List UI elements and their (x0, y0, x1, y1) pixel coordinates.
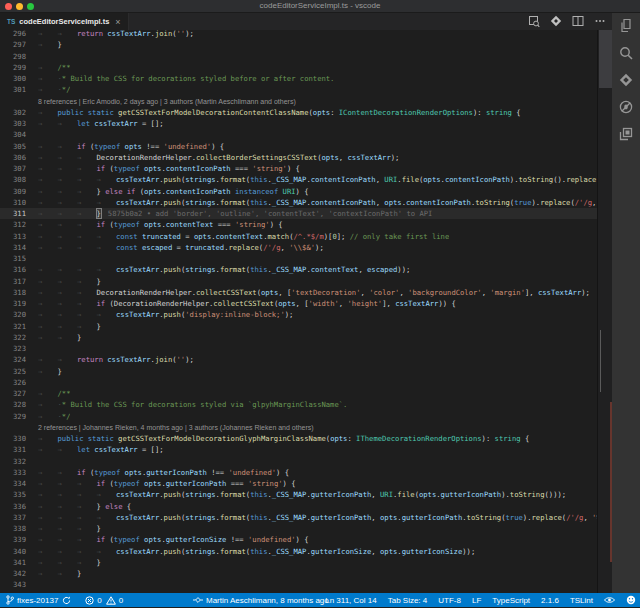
code-line[interactable]: 324→→return cssTextArr.join(''); (0, 354, 597, 365)
code-line[interactable]: 317→→→} (0, 276, 597, 287)
line-number[interactable]: 310 (0, 197, 26, 208)
code-line[interactable]: 333→→if (typeof opts.gutterIconPath !== … (0, 467, 597, 478)
code-line[interactable]: 318→→→DecorationRenderHelper.collectCSST… (0, 287, 597, 298)
line-number[interactable]: 303 (0, 118, 26, 129)
code-editor[interactable]: 296→→return cssTextArr.join('');297→}298… (0, 28, 597, 602)
line-number[interactable]: 302 (0, 107, 26, 118)
line-number[interactable]: 324 (0, 354, 26, 365)
code-line[interactable]: 325→} (0, 366, 597, 377)
search-icon[interactable] (619, 46, 633, 60)
line-number[interactable]: 306 (0, 152, 26, 163)
code-line[interactable]: 335→→→→cssTextArr.push(strings.format(th… (0, 489, 597, 500)
line-number[interactable]: 315 (0, 253, 26, 264)
code-line[interactable]: 301→·*/ (0, 84, 597, 95)
line-number[interactable]: 298 (0, 51, 26, 62)
line-number[interactable]: 322 (0, 332, 26, 343)
code-line[interactable]: 306→→→DecorationRenderHelper.collectBord… (0, 152, 597, 163)
codelens-row[interactable]: 2 references | Johannes Rieken, 4 months… (0, 422, 597, 433)
code-line[interactable]: 299→/** (0, 62, 597, 73)
code-line[interactable]: 326 (0, 377, 597, 388)
line-number[interactable]: 314 (0, 242, 26, 253)
code-line[interactable]: 304 (0, 129, 597, 140)
code-line[interactable]: 312→→→if (typeof opts.contentText === 's… (0, 219, 597, 230)
code-line[interactable]: 322→→} (0, 332, 597, 343)
eol-sequence[interactable]: LF (472, 596, 481, 605)
gitlens-blame-status[interactable]: Martin Aeschlimann, 8 months ago (193, 593, 329, 607)
code-line[interactable]: 297→} (0, 39, 597, 50)
code-line[interactable]: 341→→→} (0, 557, 597, 568)
extensions-icon[interactable] (619, 127, 633, 141)
line-number[interactable]: 319 (0, 298, 26, 309)
scrollbar-thumb[interactable] (599, 30, 612, 88)
code-line[interactable]: 305→→if (typeof opts !== 'undefined') { (0, 141, 597, 152)
code-line[interactable]: 327→/** (0, 388, 597, 399)
editor-scrollbar[interactable] (597, 12, 613, 593)
line-number[interactable]: 297 (0, 39, 26, 50)
line-number[interactable]: 300 (0, 73, 26, 84)
code-line[interactable]: 329→·*/ (0, 411, 597, 422)
line-number[interactable]: 336 (0, 501, 26, 512)
source-control-icon[interactable] (619, 73, 633, 87)
line-number[interactable]: 311 (0, 208, 26, 219)
line-number[interactable]: 304 (0, 129, 26, 140)
code-line[interactable]: 300→·* Build the CSS for decorations sty… (0, 73, 597, 84)
line-number[interactable]: 307 (0, 163, 26, 174)
line-number[interactable]: 308 (0, 174, 26, 185)
line-number[interactable]: 326 (0, 377, 26, 388)
tab-size[interactable]: Tab Size: 4 (388, 596, 428, 605)
sync-button[interactable] (62, 596, 71, 605)
line-number[interactable]: 329 (0, 411, 26, 422)
line-number[interactable]: 343 (0, 579, 26, 590)
line-number[interactable]: 328 (0, 399, 26, 410)
line-number[interactable]: 323 (0, 343, 26, 354)
tab-code-editor-service-impl[interactable]: TS codeEditorServiceImpl.ts × (0, 13, 129, 30)
code-line[interactable]: 319→→→if (DecorationRenderHelper.collect… (0, 298, 597, 309)
code-line[interactable]: 309→→→} else if (opts.contentIconPath in… (0, 186, 597, 197)
typescript-version[interactable]: 2.1.6 (541, 596, 559, 605)
more-actions-icon[interactable] (594, 15, 606, 27)
git-branch-indicator[interactable]: fixes-20137 (6, 595, 58, 605)
line-number[interactable]: 325 (0, 366, 26, 377)
code-line[interactable]: 308→→→→cssTextArr.push(strings.format(th… (0, 174, 597, 185)
code-line[interactable]: 321→→→} (0, 321, 597, 332)
line-number[interactable]: 342 (0, 568, 26, 579)
code-line[interactable]: 337→→→→cssTextArr.push(strings.format(th… (0, 512, 597, 523)
line-number[interactable]: 321 (0, 321, 26, 332)
line-number[interactable]: 305 (0, 141, 26, 152)
line-number[interactable]: 320 (0, 309, 26, 320)
line-number[interactable]: 338 (0, 523, 26, 534)
code-line[interactable]: 339→→→if (typeof opts.gutterIconSize !==… (0, 534, 597, 545)
line-number[interactable]: 340 (0, 546, 26, 557)
line-number[interactable]: 313 (0, 231, 26, 242)
line-number[interactable]: 301 (0, 84, 26, 95)
code-line[interactable]: 342→→} (0, 568, 597, 579)
eye-icon[interactable] (604, 596, 615, 604)
code-line[interactable]: 336→→→} else { (0, 501, 597, 512)
language-mode[interactable]: TypeScript (492, 596, 530, 605)
linter-status[interactable]: TSLint (570, 596, 593, 605)
codelens-text[interactable]: 2 references | Johannes Rieken, 4 months… (38, 422, 314, 433)
encoding[interactable]: UTF-8 (438, 596, 461, 605)
line-number[interactable]: 318 (0, 287, 26, 298)
code-line[interactable]: 328→·* Build the CSS for decorations sty… (0, 399, 597, 410)
code-line[interactable]: 315 (0, 253, 597, 264)
code-line[interactable]: 338→→→} (0, 523, 597, 534)
line-number[interactable]: 316 (0, 264, 26, 275)
line-number[interactable]: 337 (0, 512, 26, 523)
line-number[interactable]: 341 (0, 557, 26, 568)
open-preview-icon[interactable] (528, 15, 540, 27)
gitlens-icon[interactable] (550, 15, 562, 27)
line-number[interactable]: 330 (0, 433, 26, 444)
code-line[interactable]: 334→→→if (typeof opts.gutterIconPath ===… (0, 478, 597, 489)
debug-disabled-icon[interactable] (619, 100, 633, 114)
code-line[interactable]: 314→→→→const escaped = truncated.replace… (0, 242, 597, 253)
explorer-icon[interactable] (619, 18, 633, 33)
code-line[interactable]: 313→→→→const truncated = opts.contentTex… (0, 231, 597, 242)
line-number[interactable]: 335 (0, 489, 26, 500)
line-number[interactable]: 317 (0, 276, 26, 287)
codelens-row[interactable]: 8 references | Eric Amodio, 2 days ago |… (0, 96, 597, 107)
code-line[interactable]: 303→→let cssTextArr = []; (0, 118, 597, 129)
code-line[interactable]: 302→public static getCSSTextForModelDeco… (0, 107, 597, 118)
code-line[interactable]: 298 (0, 51, 597, 62)
line-number[interactable]: 339 (0, 534, 26, 545)
